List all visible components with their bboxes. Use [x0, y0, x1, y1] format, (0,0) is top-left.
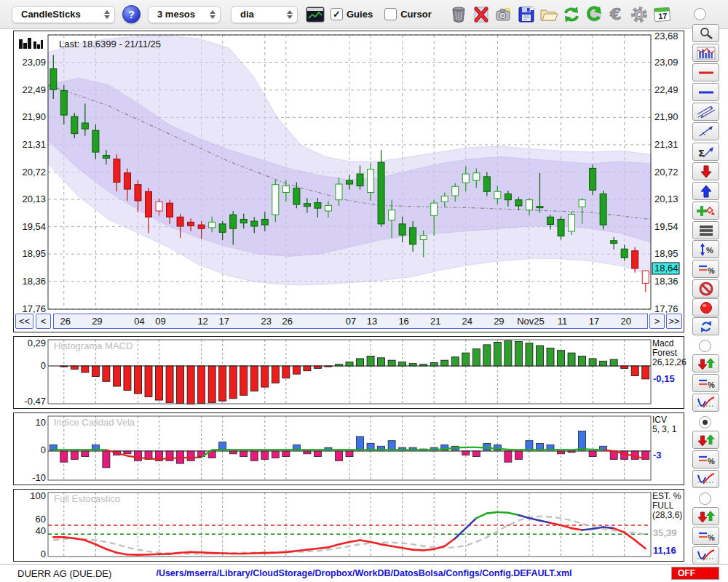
price-tick-right: 18,95 — [654, 248, 678, 259]
vertical-range-percent-button[interactable]: % — [692, 240, 719, 258]
interval-select[interactable]: dia — [231, 6, 298, 23]
stochastic-settings-label: EST. %FULL(28,3,6) — [652, 492, 682, 520]
price-tick-left: 18,36 — [22, 276, 46, 287]
date-tick-label: 29 — [92, 316, 102, 327]
record-button[interactable] — [692, 298, 719, 316]
blue-line-tool-button[interactable] — [692, 83, 719, 101]
calendar-button[interactable]: 17 — [652, 4, 672, 24]
price-tick-left: 21,31 — [22, 139, 46, 150]
indicator-tick-label: -0,47 — [24, 396, 46, 407]
red-line-tool-button[interactable] — [692, 63, 719, 81]
macd-indicator-curve-button[interactable] — [692, 394, 719, 412]
icv-panel: 100-10 Indice Calidad Vela ICV5, 3, 1 -3 — [13, 412, 684, 485]
charting-app-window: CandleSticks ? 3 mesos dia ✓ Guies Curso… — [0, 0, 728, 582]
help-button[interactable]: ? — [122, 5, 141, 23]
price-tick-left: 18,95 — [22, 248, 46, 259]
list-button[interactable] — [692, 221, 719, 239]
date-tick-label: 26 — [60, 316, 71, 327]
off-toggle-badge[interactable]: OFF — [671, 567, 719, 580]
trendline-tool-button[interactable] — [692, 122, 719, 140]
indicator-tick-label: 0 — [41, 549, 46, 559]
guies-checkbox[interactable]: ✓ Guies — [331, 8, 373, 20]
svg-text:%: % — [708, 533, 715, 542]
main-chart-radio[interactable] — [694, 8, 706, 20]
date-tick-label: 04 — [134, 316, 144, 327]
indicator-tick-label: 0 — [41, 445, 46, 455]
reload-data-button[interactable] — [692, 317, 719, 335]
zoom-tool-button[interactable] — [692, 24, 719, 42]
cursor-checkbox[interactable]: Cursor — [384, 8, 432, 20]
icv-indicator-percent-button[interactable]: % — [692, 450, 719, 469]
icv-indicator-signals-button[interactable] — [692, 431, 719, 449]
nav-last-button[interactable]: >> — [666, 314, 682, 329]
indicator-tick-label: 60 — [36, 514, 46, 525]
price-tick-left: 19,54 — [22, 221, 46, 232]
date-tick-label: 24 — [462, 316, 472, 327]
price-tick-right: 18,36 — [654, 276, 678, 287]
indicator-tick-label: 10 — [36, 417, 46, 428]
save-button[interactable] — [517, 4, 537, 24]
price-tick-right: 21,90 — [654, 111, 678, 122]
snapshot-button[interactable] — [494, 4, 514, 24]
svg-text:%: % — [706, 246, 713, 255]
settings-button[interactable] — [630, 4, 649, 24]
percent-lines-button[interactable]: % — [692, 260, 719, 278]
date-tick-label: 21 — [430, 316, 440, 327]
refresh-button[interactable] — [562, 4, 582, 24]
nav-next-button[interactable]: > — [649, 314, 665, 329]
buy-arrow-button[interactable] — [692, 182, 719, 200]
date-tick-label: 09 — [155, 316, 165, 327]
icv-indicator-curve-button[interactable] — [692, 470, 719, 488]
chart-style-button[interactable] — [305, 4, 325, 24]
svg-text:%: % — [708, 266, 715, 275]
disable-button[interactable] — [692, 279, 719, 298]
indicator-tick-label: 0,29 — [28, 338, 46, 348]
date-tick-label: 17 — [589, 316, 599, 327]
volume-chart-button[interactable] — [692, 44, 719, 62]
date-tick-label: 13 — [367, 316, 377, 327]
icv-title: Indice Calidad Vela — [54, 417, 135, 428]
svg-text:€: € — [609, 6, 621, 23]
candlestick-chart[interactable]: 23,6823,0923,0922,4922,4921,9021,9021,31… — [14, 31, 684, 332]
price-tick-right: 23,09 — [654, 57, 678, 68]
cursor-label: Cursor — [400, 9, 432, 20]
indicator-tick-label: -10 — [32, 472, 46, 483]
price-chart-panel: 23,6823,0923,0922,4922,4921,9021,9021,31… — [13, 31, 684, 332]
macd-indicator-percent-button[interactable]: % — [692, 374, 719, 392]
period-select[interactable]: 3 mesos — [148, 6, 221, 23]
open-button[interactable] — [539, 4, 559, 24]
nav-prev-button[interactable]: < — [36, 314, 51, 329]
config-path-label: /Users/mserra/Library/CloudStorage/Dropb… — [156, 568, 571, 578]
icv-settings-label: ICV5, 3, 1 — [652, 415, 676, 434]
stoch-indicator-percent-button[interactable]: % — [692, 527, 719, 545]
stochastic-d-value: 35,39 — [653, 527, 677, 538]
sell-arrow-button[interactable] — [692, 162, 719, 180]
price-tick-left: 23,09 — [22, 57, 46, 68]
macd-current-value: -0,15 — [653, 373, 675, 384]
macd-indicator-signals-button[interactable] — [692, 354, 719, 372]
stoch-select-radio[interactable] — [699, 493, 711, 505]
chevron-updown-icon — [210, 10, 215, 19]
date-navigation: << < 2629040912172326071316212429Nov2511… — [15, 314, 683, 330]
date-tick-label: 29 — [494, 316, 504, 327]
price-tick-right: 21,31 — [654, 139, 678, 150]
current-price-tag: 18,64 — [654, 263, 678, 274]
chart-type-select[interactable]: CandleSticks — [12, 6, 115, 23]
stoch-indicator-signals-button[interactable] — [692, 507, 719, 525]
trash-button[interactable] — [449, 4, 469, 24]
date-axis-strip: 2629040912172326071316212429Nov25111720 — [53, 314, 648, 329]
macd-select-radio[interactable] — [699, 340, 711, 352]
date-tick-label: 07 — [346, 316, 356, 327]
undo-button[interactable] — [585, 4, 604, 24]
currency-button[interactable]: € — [607, 4, 627, 24]
channel-tool-button[interactable] — [692, 103, 719, 121]
icv-select-radio[interactable] — [699, 416, 711, 428]
sum-trend-tool-button[interactable]: Σ — [692, 143, 719, 161]
stoch-indicator-curve-button[interactable] — [692, 546, 719, 565]
guies-checkbox-box: ✓ — [331, 8, 343, 20]
price-tick-left: 20,13 — [22, 194, 46, 204]
add-marker-button[interactable] — [692, 202, 719, 220]
nav-first-button[interactable]: << — [15, 314, 33, 329]
delete-button[interactable] — [472, 4, 491, 24]
svg-text:%: % — [708, 457, 715, 466]
